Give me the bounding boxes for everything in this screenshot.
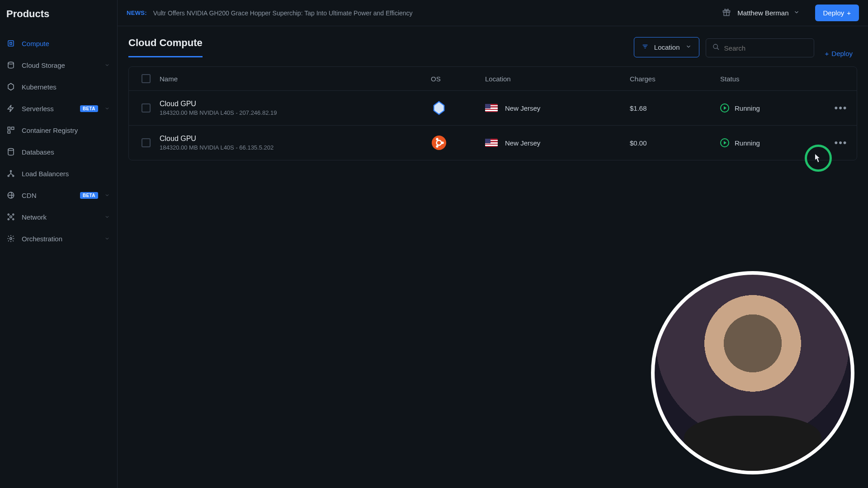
chevron-down-icon xyxy=(104,105,111,113)
chevron-down-icon xyxy=(104,61,111,69)
svg-point-14 xyxy=(13,214,14,215)
chevron-down-icon xyxy=(685,43,692,51)
filter-icon xyxy=(642,43,649,52)
sidebar-item-compute[interactable]: Compute xyxy=(0,33,117,54)
svg-point-7 xyxy=(8,149,14,151)
gift-icon[interactable] xyxy=(722,8,731,19)
status-text: Running xyxy=(735,139,760,147)
sidebar-item-cloud-storage[interactable]: Cloud Storage xyxy=(0,54,117,76)
plus-icon: + xyxy=(847,9,851,17)
charges-text: $0.00 xyxy=(626,139,717,147)
svg-marker-3 xyxy=(8,84,14,90)
row-actions[interactable]: ••• xyxy=(825,137,857,149)
svg-point-15 xyxy=(8,219,9,220)
charges-text: $1.68 xyxy=(626,104,717,112)
orchestration-icon xyxy=(6,234,15,243)
instance-sub: 184320.00 MB NVIDIA L40S - 66.135.5.202 xyxy=(160,144,424,151)
instance-name: Cloud GPU xyxy=(160,135,424,143)
location-filter[interactable]: Location xyxy=(634,37,699,57)
instances-table: Name OS Location Charges Status Cloud GP… xyxy=(128,66,857,160)
ubuntu-icon xyxy=(431,135,447,151)
svg-point-8 xyxy=(10,170,12,172)
row-actions[interactable]: ••• xyxy=(825,102,857,114)
svg-point-16 xyxy=(13,219,14,220)
news-label: NEWS: xyxy=(127,9,147,16)
col-status: Status xyxy=(717,75,825,83)
tab-cloud-compute[interactable]: Cloud Compute xyxy=(128,37,203,57)
webcam-overlay xyxy=(651,271,854,474)
location-text: New Jersey xyxy=(505,139,540,147)
cdn-icon xyxy=(6,191,15,200)
sidebar-item-label: Compute xyxy=(22,40,111,47)
main: NEWS: Vultr Offers NVIDIA GH200 Grace Ho… xyxy=(118,0,868,488)
search-input[interactable] xyxy=(724,44,810,52)
deploy-button-label: Deploy xyxy=(823,9,844,17)
search-icon xyxy=(712,43,720,52)
search-box[interactable] xyxy=(706,38,814,57)
svg-point-27 xyxy=(441,141,443,144)
col-os: OS xyxy=(427,75,481,83)
sidebar: Products Compute Cloud Storage Kubernete… xyxy=(0,0,118,488)
location-text: New Jersey xyxy=(505,104,540,112)
sidebar-item-label: Network xyxy=(22,213,98,221)
sidebar-item-cdn[interactable]: CDN BETA xyxy=(0,184,117,206)
svg-point-2 xyxy=(8,62,14,64)
network-icon xyxy=(6,212,15,221)
svg-point-10 xyxy=(13,175,14,177)
registry-icon xyxy=(6,126,15,135)
chevron-down-icon xyxy=(104,192,111,199)
user-name: Matthew Berman xyxy=(737,9,788,17)
table-row[interactable]: Cloud GPU 184320.00 MB NVIDIA L40S - 207… xyxy=(129,91,857,126)
beta-badge: BETA xyxy=(80,105,98,112)
sidebar-item-label: Cloud Storage xyxy=(22,61,98,69)
table-row[interactable]: Cloud GPU 184320.00 MB NVIDIA L40S - 66.… xyxy=(129,126,857,160)
sidebar-item-serverless[interactable]: Serverless BETA xyxy=(0,98,117,119)
sidebar-item-network[interactable]: Network xyxy=(0,206,117,228)
sidebar-item-orchestration[interactable]: Orchestration xyxy=(0,228,117,249)
sidebar-item-label: Databases xyxy=(22,148,111,156)
deploy-small-button[interactable]: + Deploy xyxy=(821,50,857,57)
sidebar-item-label: CDN xyxy=(22,192,74,199)
svg-point-29 xyxy=(436,145,438,147)
sidebar-item-load-balancers[interactable]: Load Balancers xyxy=(0,163,117,184)
sidebar-item-container-registry[interactable]: Container Registry xyxy=(0,119,117,141)
col-location: Location xyxy=(481,75,626,83)
sidebar-item-kubernetes[interactable]: Kubernetes xyxy=(0,76,117,98)
row-checkbox[interactable] xyxy=(142,138,151,147)
sidebar-item-label: Serverless xyxy=(22,105,74,113)
serverless-icon xyxy=(6,104,15,113)
chevron-down-icon xyxy=(104,235,111,243)
svg-point-28 xyxy=(436,138,438,140)
svg-point-23 xyxy=(713,44,717,48)
row-checkbox[interactable] xyxy=(142,103,151,113)
svg-rect-0 xyxy=(8,41,14,46)
svg-point-9 xyxy=(8,175,9,177)
deploy-button[interactable]: Deploy + xyxy=(815,5,859,21)
beta-badge: BETA xyxy=(80,192,98,199)
svg-point-17 xyxy=(10,238,12,240)
svg-rect-6 xyxy=(8,131,10,133)
select-all-checkbox[interactable] xyxy=(142,74,151,83)
status-text: Running xyxy=(735,104,760,112)
user-menu[interactable]: Matthew Berman xyxy=(737,9,799,17)
plus-icon: + xyxy=(825,50,829,57)
news-text[interactable]: Vultr Offers NVIDIA GH200 Grace Hopper S… xyxy=(153,9,716,17)
flag-icon xyxy=(485,104,498,112)
kubernetes-icon xyxy=(6,82,15,91)
topbar: NEWS: Vultr Offers NVIDIA GH200 Grace Ho… xyxy=(118,0,868,26)
load-balancer-icon xyxy=(6,169,15,178)
col-name: Name xyxy=(156,75,427,83)
svg-point-12 xyxy=(10,216,12,218)
sidebar-item-label: Container Registry xyxy=(22,127,111,134)
database-icon xyxy=(6,147,15,156)
col-charges: Charges xyxy=(626,75,717,83)
svg-line-24 xyxy=(717,48,719,50)
table-header: Name OS Location Charges Status xyxy=(129,67,857,91)
chevron-down-icon xyxy=(793,9,800,17)
running-icon xyxy=(720,138,729,147)
compute-icon xyxy=(6,39,15,48)
toolbar: Cloud Compute Location + Deploy xyxy=(118,26,868,57)
sidebar-item-databases[interactable]: Databases xyxy=(0,141,117,163)
running-icon xyxy=(720,103,729,113)
sidebar-item-label: Kubernetes xyxy=(22,83,111,91)
